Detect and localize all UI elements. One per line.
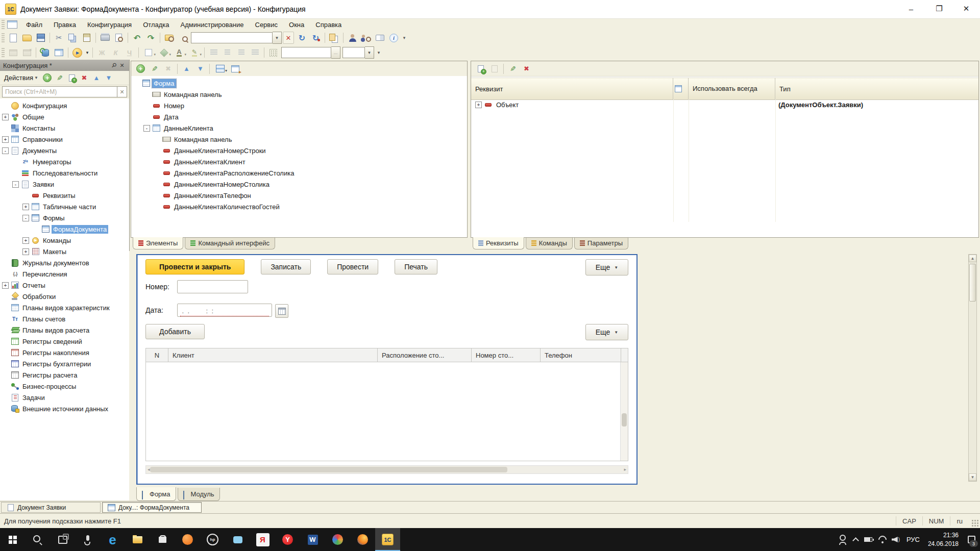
fill-color-icon[interactable] [157,47,171,58]
tree-item[interactable]: ДанныеКлиентаНомерСтроки [131,145,467,156]
config-search-input[interactable] [2,86,117,97]
attribute-row[interactable]: + Объект [471,99,978,110]
grid-column-header[interactable]: Клиент [168,348,378,362]
undo-icon[interactable] [131,32,143,43]
scrollbar-thumb[interactable] [622,413,627,427]
borders-icon[interactable] [141,47,156,58]
grid-column-header[interactable]: Расположение сто... [378,348,472,362]
tree-item[interactable]: Номер [131,100,467,111]
cut-icon[interactable] [53,32,65,43]
editor-vertical-scrollbar[interactable]: ▲ ▼ [968,254,977,482]
tree-item[interactable]: Последовательности [0,167,129,179]
tree-item[interactable]: ДанныеКлиентаТелефон [131,190,467,201]
scroll-up-icon[interactable]: ▲ [969,255,976,262]
clock[interactable]: 21:36 24.06.2018 [924,531,963,547]
column-use-always[interactable]: Использовать всегда [689,78,775,99]
tree-item[interactable]: + Табличные части [0,201,129,212]
underline-icon[interactable] [123,47,136,58]
find-references-icon[interactable] [360,32,373,43]
redo-icon[interactable] [144,32,157,43]
form-settings-icon[interactable] [53,47,65,58]
tree-item[interactable]: + Макеты [0,246,129,257]
window-tab[interactable]: Документ Заявки [1,502,101,513]
window-split-icon[interactable] [7,47,19,58]
quick-search-input[interactable] [191,32,273,43]
column-attribute[interactable]: Реквизит [471,78,673,99]
tree-item[interactable]: Командная панель [131,134,467,145]
align-left-icon[interactable] [207,47,220,58]
tree-item[interactable]: Реквизиты [0,190,129,201]
chat-app-icon[interactable] [225,528,250,551]
volume-icon[interactable] [889,528,902,551]
scroll-down-icon[interactable]: ▼ [969,473,976,481]
menu-item[interactable]: Отладка [137,20,175,30]
tree-item[interactable]: Планы видов характеристик [0,302,129,313]
user-mode-icon[interactable] [346,32,359,43]
yandex-browser-icon[interactable] [275,528,300,551]
start-debug-icon[interactable] [71,47,84,58]
close-button[interactable]: ✕ [953,0,979,17]
configuration-panel-header[interactable]: Конфигурация * ✕ [0,60,129,71]
move-up-icon[interactable] [91,73,102,83]
font-size-input[interactable] [342,47,365,58]
add-attribute-icon[interactable] [474,63,487,74]
move-down-icon[interactable] [194,63,207,74]
highlight-color-icon[interactable] [187,47,202,58]
form-button[interactable]: Записать [261,259,311,274]
tree-item[interactable]: Дата [131,111,467,122]
tree-item[interactable]: Внешние источники данных [0,403,129,414]
more-button[interactable]: Еще▼ [585,259,628,276]
font-color-icon[interactable] [172,47,186,58]
delete-gray-icon[interactable] [162,63,175,74]
move-down-icon[interactable] [103,73,114,83]
delete-icon[interactable] [79,73,90,83]
grid-column-header[interactable]: Номер сто... [472,348,541,362]
calendar-icon[interactable] [275,304,288,318]
add-row-button[interactable]: Добавить [145,324,205,339]
add-icon[interactable] [134,63,147,74]
orange-app-icon[interactable] [175,528,200,551]
start-icon[interactable] [0,528,25,551]
form-button[interactable]: Провести и закрыть [145,259,244,274]
copy-icon[interactable] [66,32,79,43]
form-button[interactable]: Печать [395,259,437,274]
tree-item[interactable]: Форма [131,78,467,89]
align-justify-icon[interactable] [249,47,261,58]
syntax-help-icon[interactable] [374,32,386,43]
menu-item[interactable]: Администрирование [175,20,250,30]
tree-item[interactable]: - Документы [0,145,129,156]
delete-icon[interactable] [520,63,533,74]
tree-item[interactable]: Регистры бухгалтерии [0,358,129,369]
save-icon[interactable] [34,32,47,43]
explorer-icon[interactable] [125,528,150,551]
minimize-button[interactable]: – [898,0,924,17]
tree-item[interactable]: - Формы [0,212,129,223]
form-table-icon[interactable] [229,63,241,74]
language-indicator[interactable]: РУС [902,536,924,543]
actions-dropdown-icon[interactable]: ▼ [34,76,38,80]
number-field[interactable] [177,280,248,293]
scrollbar-thumb[interactable] [969,264,976,302]
tree-item[interactable]: + Общие [0,111,129,122]
system-menu-icon[interactable] [7,20,17,29]
edit-icon[interactable] [148,63,161,74]
panel-tab[interactable]: Командный интерфейс [185,238,275,249]
actions-label[interactable]: Действия [4,74,33,82]
panel-tab[interactable]: Реквизиты [473,237,524,249]
tree-item[interactable]: + Команды [0,235,129,246]
scroll-right-icon[interactable]: ▸ [624,467,626,472]
expander-icon[interactable]: - [12,181,19,188]
microphone-icon[interactable] [75,528,100,551]
toolbar-overflow-icon[interactable] [401,32,407,43]
paste-icon[interactable] [80,32,93,43]
panel-tab[interactable]: Команды [526,238,573,249]
menu-item[interactable]: Конфигурация [82,20,137,30]
tree-item[interactable]: Журналы документов [0,257,129,268]
expander-icon[interactable]: - [2,147,9,154]
copy-add-icon[interactable] [66,73,78,83]
panel-tab[interactable]: Модуль [178,488,220,501]
combo-dropdown-icon[interactable]: ▼ [273,32,282,44]
font-size-dropdown-icon[interactable]: ▼ [365,46,374,59]
add-copy-icon[interactable] [488,63,501,74]
tree-item[interactable]: Обработки [0,291,129,302]
